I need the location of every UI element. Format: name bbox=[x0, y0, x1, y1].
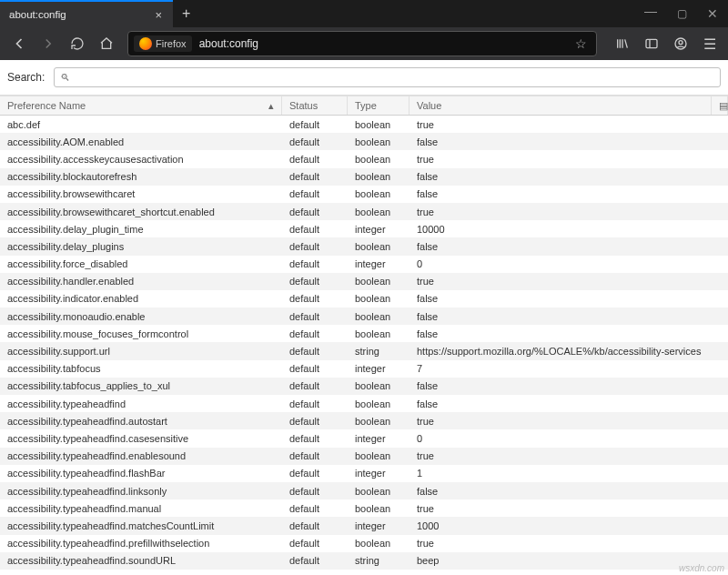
cell-type: integer bbox=[348, 468, 410, 479]
table-row[interactable]: accessibility.typeaheadfind.linksonlydef… bbox=[0, 482, 728, 499]
identity-box[interactable]: Firefox bbox=[134, 35, 192, 52]
preferences-table[interactable]: abc.defdefaultbooleantrueaccessibility.A… bbox=[0, 116, 728, 575]
table-row[interactable]: accessibility.accesskeycausesactivationd… bbox=[0, 150, 728, 167]
cell-type: integer bbox=[348, 224, 410, 235]
svg-point-2 bbox=[679, 41, 682, 45]
close-tab-icon[interactable]: × bbox=[151, 8, 166, 22]
cell-status: default bbox=[282, 486, 348, 497]
table-row[interactable]: accessibility.tabfocusdefaultinteger7 bbox=[0, 360, 728, 378]
cell-status: default bbox=[282, 224, 348, 235]
table-row[interactable]: accessibility.indicator.enableddefaultbo… bbox=[0, 290, 728, 308]
table-row[interactable]: accessibility.handler.enableddefaultbool… bbox=[0, 273, 728, 290]
table-row[interactable]: accessibility.typeaheadfind.prefillwiths… bbox=[0, 535, 728, 552]
cell-status: default bbox=[282, 171, 348, 182]
forward-button[interactable] bbox=[35, 31, 62, 56]
cell-type: integer bbox=[348, 520, 410, 531]
library-icon[interactable] bbox=[610, 31, 635, 56]
cell-pref-name: accessibility.typeaheadfind bbox=[0, 398, 282, 409]
cell-status: default bbox=[282, 520, 348, 531]
cell-status: default bbox=[282, 503, 348, 514]
table-row[interactable]: accessibility.typeaheadfind.casesensitiv… bbox=[0, 429, 728, 447]
window-close-button[interactable]: ✕ bbox=[697, 6, 728, 21]
table-row[interactable]: accessibility.typeaheadfinddefaultboolea… bbox=[0, 395, 728, 412]
cell-type: boolean bbox=[348, 136, 410, 147]
table-row[interactable]: accessibility.mouse_focuses_formcontrold… bbox=[0, 325, 728, 342]
search-box[interactable]: 🔍︎ bbox=[54, 67, 721, 87]
column-type[interactable]: Type bbox=[348, 96, 410, 115]
browser-tab[interactable]: about:config × bbox=[0, 0, 173, 27]
column-preference-name[interactable]: Preference Name ▴ bbox=[0, 96, 282, 115]
cell-pref-name: accessibility.typeaheadfind.enablesound bbox=[0, 450, 282, 461]
cell-type: boolean bbox=[348, 241, 410, 252]
sidebar-icon[interactable] bbox=[639, 31, 664, 56]
table-row[interactable]: accessibility.support.urldefaultstringht… bbox=[0, 342, 728, 359]
search-input[interactable] bbox=[70, 71, 714, 84]
column-type-label: Type bbox=[355, 100, 377, 111]
cell-status: default bbox=[282, 311, 348, 322]
cell-value: 0 bbox=[410, 433, 728, 444]
cell-type: boolean bbox=[348, 503, 410, 514]
cell-pref-name: accessibility.typeaheadfind.flashBar bbox=[0, 468, 282, 479]
cell-value: false bbox=[410, 171, 728, 182]
cell-pref-name: accessibility.browsewithcaret bbox=[0, 188, 282, 199]
table-row[interactable]: accessibility.delay_pluginsdefaultboolea… bbox=[0, 237, 728, 255]
column-picker[interactable]: ▤ bbox=[712, 96, 728, 115]
maximize-button[interactable]: ▢ bbox=[666, 7, 697, 20]
table-row[interactable]: abc.defdefaultbooleantrue bbox=[0, 116, 728, 133]
table-row[interactable]: accessibility.force_disableddefaultinteg… bbox=[0, 256, 728, 273]
table-row[interactable]: accessibility.typeaheadfind.autostartdef… bbox=[0, 412, 728, 429]
back-button[interactable] bbox=[5, 31, 33, 56]
reload-button[interactable] bbox=[64, 31, 91, 56]
column-name-label: Preference Name bbox=[7, 100, 86, 111]
cell-type: boolean bbox=[348, 207, 410, 217]
identity-label: Firefox bbox=[156, 38, 187, 49]
cell-value: false bbox=[410, 380, 728, 391]
table-row[interactable]: accessibility.browsewithcaretdefaultbool… bbox=[0, 186, 728, 203]
cell-pref-name: accessibility.typeaheadfind.casesensitiv… bbox=[0, 433, 282, 444]
new-tab-button[interactable]: + bbox=[173, 0, 199, 27]
cell-status: default bbox=[282, 363, 348, 374]
cell-pref-name: accessibility.delay_plugins bbox=[0, 241, 282, 252]
cell-pref-name: accessibility.typeaheadfind.matchesCount… bbox=[0, 520, 282, 531]
cell-type: string bbox=[348, 555, 410, 566]
cell-pref-name: accessibility.monoaudio.enable bbox=[0, 311, 282, 322]
cell-type: boolean bbox=[348, 416, 410, 427]
titlebar-spacer bbox=[199, 0, 635, 27]
column-status[interactable]: Status bbox=[282, 96, 348, 115]
navigation-toolbar: Firefox about:config ☆ ☰ bbox=[0, 27, 728, 60]
cell-value: false bbox=[410, 188, 728, 199]
cell-status: default bbox=[282, 293, 348, 304]
table-row[interactable]: accessibility.typeaheadfind.enablesoundd… bbox=[0, 448, 728, 465]
table-row[interactable]: accessibility.AOM.enableddefaultbooleanf… bbox=[0, 133, 728, 150]
cell-value: false bbox=[410, 311, 728, 322]
table-row[interactable]: accessibility.browsewithcaret_shortcut.e… bbox=[0, 203, 728, 220]
table-row[interactable]: accessibility.typeaheadfind.soundURLdefa… bbox=[0, 552, 728, 570]
minimize-button[interactable]: — bbox=[635, 4, 666, 18]
cell-pref-name: accessibility.browsewithcaret_shortcut.e… bbox=[0, 207, 282, 217]
account-icon[interactable] bbox=[668, 31, 693, 56]
table-row[interactable]: accessibility.delay_plugin_timedefaultin… bbox=[0, 220, 728, 237]
cell-pref-name: accessibility.typeaheadfind.linksonly bbox=[0, 486, 282, 497]
table-row[interactable]: accessibility.typeaheadfind.flashBardefa… bbox=[0, 465, 728, 482]
cell-status: default bbox=[282, 538, 348, 549]
column-value[interactable]: Value bbox=[410, 96, 712, 115]
cell-value: 1000 bbox=[410, 520, 728, 531]
cell-value: 1 bbox=[410, 468, 728, 479]
table-row[interactable]: accessibility.tabfocus_applies_to_xuldef… bbox=[0, 378, 728, 395]
url-bar[interactable]: Firefox about:config ☆ bbox=[127, 31, 597, 56]
table-row[interactable]: accessibility.monoaudio.enabledefaultboo… bbox=[0, 308, 728, 325]
home-button[interactable] bbox=[93, 31, 120, 56]
cell-pref-name: abc.def bbox=[0, 119, 282, 130]
firefox-logo-icon bbox=[139, 37, 152, 50]
table-row[interactable]: accessibility.blockautorefreshdefaultboo… bbox=[0, 168, 728, 186]
table-row[interactable]: accessibility.typeaheadfind.matchesCount… bbox=[0, 517, 728, 534]
table-row[interactable]: accessibility.typeaheadfind.manualdefaul… bbox=[0, 499, 728, 517]
title-bar: about:config × + — ▢ ✕ bbox=[0, 0, 728, 27]
hamburger-menu-icon[interactable]: ☰ bbox=[697, 31, 723, 56]
cell-type: boolean bbox=[348, 380, 410, 391]
cell-pref-name: accessibility.typeaheadfind.soundURL bbox=[0, 555, 282, 566]
cell-type: boolean bbox=[348, 154, 410, 165]
bookmark-star-icon[interactable]: ☆ bbox=[571, 36, 591, 51]
cell-type: boolean bbox=[348, 538, 410, 549]
column-status-label: Status bbox=[289, 100, 318, 111]
